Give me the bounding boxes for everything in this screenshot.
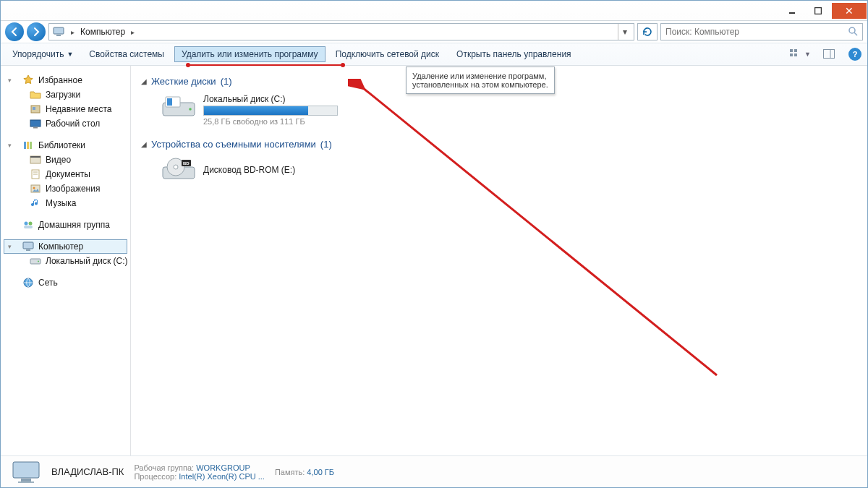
network-icon xyxy=(22,277,34,288)
video-icon xyxy=(30,154,41,166)
command-bar: Упорядочить ▼ Свойства системы Удалить и… xyxy=(1,43,867,66)
pc-name: ВЛАДИСЛАВ-ПК xyxy=(51,466,124,477)
sidebar-favorites[interactable]: ▾ Избранное xyxy=(4,73,127,87)
hard-drive-icon xyxy=(161,94,196,120)
back-button[interactable] xyxy=(5,22,24,41)
sidebar-item-label: Домашняя группа xyxy=(38,220,110,230)
section-count: (1) xyxy=(221,76,232,87)
workgroup-label: Рабочая группа: xyxy=(134,463,194,472)
collapse-icon: ◢ xyxy=(141,77,147,85)
svg-rect-17 xyxy=(30,120,41,127)
svg-rect-9 xyxy=(794,53,797,56)
system-properties-button[interactable]: Свойства системы xyxy=(82,46,171,62)
content-pane: ◢ Жесткие диски (1) Локальный диск (C:) … xyxy=(131,66,867,455)
address-bar[interactable]: ▸ Компьютер ▸ ▾ xyxy=(48,23,634,40)
svg-text:BD: BD xyxy=(183,161,190,166)
sidebar-item-label: Музыка xyxy=(46,198,76,208)
sidebar-documents[interactable]: Документы xyxy=(4,167,127,181)
map-network-drive-button[interactable]: Подключить сетевой диск xyxy=(328,46,446,62)
address-history-dropdown[interactable]: ▾ xyxy=(618,24,631,40)
sidebar-local-disk-c[interactable]: Локальный диск (C:) xyxy=(4,254,127,268)
svg-rect-18 xyxy=(33,127,38,129)
sidebar-recent-places[interactable]: Недавние места xyxy=(4,102,127,116)
breadcrumb-sep-icon[interactable]: ▸ xyxy=(128,28,137,36)
svg-rect-48 xyxy=(21,479,31,481)
sidebar-music[interactable]: Музыка xyxy=(4,196,127,210)
svg-line-5 xyxy=(854,33,857,35)
uninstall-program-button[interactable]: Удалить или изменить программу xyxy=(174,46,326,62)
workgroup-value: WORKGROUP xyxy=(196,463,250,472)
sidebar-item-label: Избранное xyxy=(38,75,82,85)
breadcrumb-computer[interactable]: Компьютер xyxy=(80,27,125,37)
sidebar-pictures[interactable]: Изображения xyxy=(4,181,127,196)
sidebar-item-label: Изображения xyxy=(46,184,100,194)
svg-point-4 xyxy=(849,27,855,33)
sidebar-item-label: Библиотеки xyxy=(38,140,85,150)
search-icon xyxy=(848,26,858,38)
folder-icon xyxy=(30,89,41,100)
minimize-button[interactable] xyxy=(780,3,804,19)
svg-point-40 xyxy=(189,108,192,111)
drive-bdrom-e[interactable]: BD Дисковод BD-ROM (E:) xyxy=(141,154,857,193)
section-removable[interactable]: ◢ Устройства со съемными носителями (1) xyxy=(141,139,857,150)
tooltip-text: Удаление или изменение программ, установ… xyxy=(412,72,548,89)
svg-rect-20 xyxy=(27,142,29,149)
computer-icon xyxy=(22,241,34,252)
chevron-down-icon: ▾ xyxy=(8,142,17,149)
sidebar-video[interactable]: Видео xyxy=(4,153,127,167)
open-control-panel-button[interactable]: Открыть панель управления xyxy=(449,46,579,62)
nav-pane: ▾ Избранное Загрузки Недавние места Рабо… xyxy=(1,66,131,455)
svg-rect-3 xyxy=(56,35,61,36)
view-options-button[interactable] xyxy=(788,48,801,61)
svg-point-35 xyxy=(38,261,39,262)
section-count: (1) xyxy=(320,139,332,150)
section-title: Жесткие диски xyxy=(151,76,216,87)
close-button[interactable]: ✕ xyxy=(832,3,867,19)
drive-local-c[interactable]: Локальный диск (C:) 25,8 ГБ свободно из … xyxy=(141,91,857,136)
sidebar-item-label: Документы xyxy=(46,169,90,179)
drive-name: Локальный диск (C:) xyxy=(203,94,338,104)
sidebar-item-label: Недавние места xyxy=(46,104,111,114)
sidebar-computer[interactable]: ▾ Компьютер xyxy=(4,239,127,254)
libraries-icon xyxy=(22,140,34,151)
svg-rect-8 xyxy=(790,53,793,56)
svg-rect-33 xyxy=(26,249,30,251)
maximize-button[interactable] xyxy=(806,3,830,19)
memory-label: Память: xyxy=(275,468,305,476)
sidebar-item-label: Рабочий стол xyxy=(46,119,100,129)
documents-icon xyxy=(30,168,41,180)
cpu-value: Intel(R) Xeon(R) CPU ... xyxy=(179,472,265,481)
star-icon xyxy=(22,74,34,86)
view-dropdown-icon[interactable]: ▼ xyxy=(804,51,811,58)
search-input[interactable] xyxy=(665,27,858,37)
sidebar-item-label: Видео xyxy=(46,155,71,165)
svg-marker-16 xyxy=(33,107,35,110)
section-title: Устройства со съемными носителями xyxy=(151,139,316,150)
sidebar-downloads[interactable]: Загрузки xyxy=(4,87,127,102)
desktop-icon xyxy=(30,118,41,129)
cpu-label: Процессор: xyxy=(134,472,176,481)
svg-rect-1 xyxy=(815,7,822,14)
svg-rect-7 xyxy=(794,49,797,52)
forward-button[interactable] xyxy=(27,22,46,41)
sidebar-libraries[interactable]: ▾ Библиотеки xyxy=(4,138,127,153)
breadcrumb-sep-icon[interactable]: ▸ xyxy=(68,28,77,36)
pictures-icon xyxy=(30,183,41,194)
svg-rect-31 xyxy=(24,226,33,228)
svg-rect-47 xyxy=(13,462,39,478)
recent-icon xyxy=(30,103,41,115)
sidebar-desktop[interactable]: Рабочий стол xyxy=(4,116,127,131)
sidebar-network[interactable]: Сеть xyxy=(4,275,127,290)
organize-label: Упорядочить xyxy=(12,49,64,59)
chevron-down-icon: ▾ xyxy=(8,77,17,84)
organize-menu[interactable]: Упорядочить ▼ xyxy=(7,46,79,62)
sidebar-homegroup[interactable]: Домашняя группа xyxy=(4,218,127,232)
preview-pane-button[interactable] xyxy=(822,48,835,61)
homegroup-icon xyxy=(22,219,34,231)
refresh-button[interactable] xyxy=(637,23,658,40)
help-button[interactable]: ? xyxy=(848,48,861,61)
drive-name: Дисковод BD-ROM (E:) xyxy=(203,165,295,175)
svg-point-28 xyxy=(33,187,35,189)
sidebar-item-label: Локальный диск (C:) xyxy=(46,256,128,266)
search-box[interactable] xyxy=(660,23,863,40)
